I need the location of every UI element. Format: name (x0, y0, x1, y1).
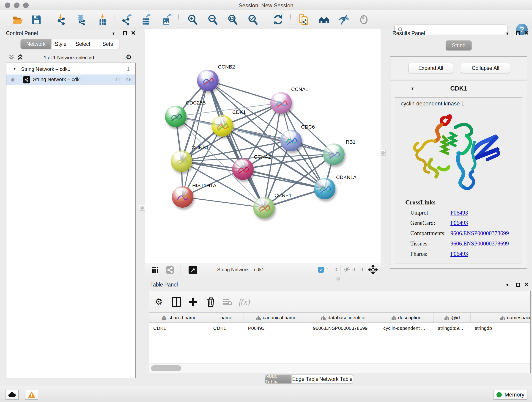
export-network-button[interactable] (120, 13, 133, 26)
expand-all-networks-icon[interactable] (17, 54, 23, 60)
node-CCNA1[interactable] (270, 92, 292, 114)
tab-select[interactable]: Select (70, 39, 96, 49)
move-crosshair-icon[interactable] (368, 265, 378, 274)
table-panel-close-icon[interactable]: ✕ (524, 281, 529, 288)
column-header-name[interactable]: name (209, 313, 244, 322)
table-cell[interactable]: stringdb (471, 323, 531, 333)
node-CCNB1[interactable] (171, 150, 192, 172)
results-panel-close-icon[interactable]: ✕ (524, 30, 529, 37)
tab-edge-table[interactable]: Edge Table (292, 375, 319, 383)
network-collection-row[interactable]: ▼ String Network – cdk1 1 (6, 64, 135, 75)
node-CDC6[interactable] (280, 130, 302, 151)
zoom-fit-button[interactable] (227, 13, 239, 26)
collapse-all-button[interactable]: Collapse All (461, 63, 510, 73)
node-RB1[interactable] (323, 143, 345, 165)
results-panel-float-icon[interactable] (516, 32, 520, 35)
crosslink-label: Compartments: (410, 230, 446, 236)
table-cell[interactable]: CDK1 (149, 323, 209, 333)
clone-network-button[interactable] (298, 13, 310, 26)
node-CDKN1A[interactable] (314, 178, 336, 199)
column-header-description[interactable]: description (379, 313, 434, 322)
tab-network-table[interactable]: Network Table (319, 375, 353, 383)
crosslink-link[interactable]: P06493 (450, 251, 468, 257)
function-builder-icon[interactable]: f(x) (239, 296, 250, 308)
memory-button[interactable]: Memory (494, 390, 527, 400)
node-CDK1[interactable] (211, 115, 233, 137)
table-cell[interactable]: CDK1 (209, 323, 244, 333)
network-options-gear-icon[interactable]: ⚙ (126, 53, 132, 61)
table-panel-menu-icon[interactable]: ▼ (505, 283, 509, 287)
collapse-all-networks-icon[interactable] (8, 54, 14, 60)
export-image-button[interactable] (160, 13, 173, 26)
hide-selected-button[interactable] (338, 13, 350, 26)
node-CCNE1[interactable] (253, 197, 275, 218)
gene-header[interactable]: ▼ CDK1 (390, 80, 527, 97)
edge-CCNE1-HIST1H1A[interactable] (183, 197, 264, 208)
table-cell[interactable]: 9606.ENSP00000378699 (309, 323, 379, 333)
left-splitter-handle[interactable] (139, 205, 145, 211)
bottom-splitter-handle[interactable] (336, 277, 340, 281)
node-CCNB2[interactable] (197, 70, 219, 91)
cloud-button[interactable] (6, 390, 19, 400)
table-horizontal-scrollbar[interactable] (149, 363, 530, 373)
table-cell[interactable]: P06493 (244, 323, 309, 333)
network-canvas[interactable]: CCNB2 CCNA1 CDC25B CDK1 CDC6 RB1 CCNB1 (145, 29, 380, 263)
tab-sets[interactable]: Sets (96, 39, 119, 49)
zoom-out-icon (207, 14, 219, 26)
tab-style[interactable]: Style (51, 39, 70, 49)
zoom-selected-button[interactable] (247, 13, 259, 26)
expand-all-button[interactable]: Expand All (408, 63, 453, 73)
node-HIST1H1A[interactable] (172, 186, 193, 208)
tab-string[interactable]: String (446, 41, 472, 51)
network-row[interactable]: String Network – cdk1 11 48 (6, 75, 135, 85)
crosslink-link[interactable]: P06493 (450, 210, 468, 216)
node-CDC25B[interactable] (165, 106, 186, 127)
crosslink-link[interactable]: 9606.ENSP00000378699 (450, 230, 509, 236)
show-columns-icon[interactable] (171, 296, 182, 308)
import-network-icon (56, 14, 67, 26)
column-header-shared-name[interactable]: shared name (149, 313, 209, 322)
column-header-database-identifier[interactable]: database identifier (309, 313, 379, 322)
show-hidden-button[interactable] (358, 13, 370, 26)
import-network-from-database-button[interactable] (75, 13, 88, 26)
import-table-button[interactable] (96, 13, 109, 26)
refresh-view-button[interactable] (272, 13, 284, 26)
export-table-button[interactable] (140, 13, 152, 26)
selected-items-checkbox-icon[interactable]: ✓ (318, 267, 324, 273)
hidden-items-eye-slash-icon (343, 267, 350, 273)
zoom-out-button[interactable] (207, 13, 219, 26)
tab-node-table[interactable]: Node Table (265, 375, 292, 383)
show-all-nested-button[interactable] (318, 13, 330, 26)
table-panel-float-icon[interactable] (516, 283, 520, 287)
collection-expand-icon[interactable]: ▼ (13, 67, 17, 71)
scrollbar-thumb[interactable] (151, 365, 181, 371)
warnings-button[interactable] (25, 390, 38, 400)
add-column-icon[interactable] (187, 296, 199, 308)
table-row[interactable]: CDK1CDK1P064939606.ENSP00000378699cyclin… (149, 323, 531, 333)
control-panel-float-icon[interactable] (123, 32, 127, 35)
column-header-namespace[interactable]: namespace (471, 313, 531, 322)
crosslink-link[interactable]: 9606.ENSP00000378699 (450, 240, 509, 247)
column-header--id[interactable]: @id (434, 313, 471, 322)
node-CCNA2[interactable] (232, 158, 254, 180)
save-session-button[interactable] (30, 13, 43, 26)
open-session-button[interactable] (12, 13, 24, 26)
node-label-CDKN1A: CDKN1A (336, 174, 356, 180)
birds-eye-view-icon[interactable]: ↗ (189, 266, 197, 274)
string-view-icon[interactable] (166, 266, 174, 274)
control-panel-close-icon[interactable]: ✕ (131, 30, 136, 37)
table-cell[interactable]: stringdb:9... (434, 323, 471, 333)
zoom-in-button[interactable] (186, 13, 199, 26)
delete-table-icon[interactable] (221, 296, 233, 308)
column-header-canonical-name[interactable]: canonical name (244, 313, 309, 322)
control-panel-menu-icon[interactable]: ▼ (112, 32, 115, 36)
crosslink-link[interactable]: P06493 (450, 220, 468, 226)
grid-view-icon[interactable] (152, 267, 159, 274)
results-panel-menu-icon[interactable]: ▼ (505, 32, 509, 36)
table-settings-gear-icon[interactable]: ⚙ (153, 296, 165, 308)
import-network-button[interactable] (56, 13, 68, 26)
delete-column-icon[interactable] (205, 296, 217, 308)
tab-network[interactable]: Network (21, 39, 51, 49)
edge-CCNB2-CCNA1[interactable] (208, 80, 281, 103)
table-cell[interactable]: cyclin-dependent ... (379, 323, 434, 333)
